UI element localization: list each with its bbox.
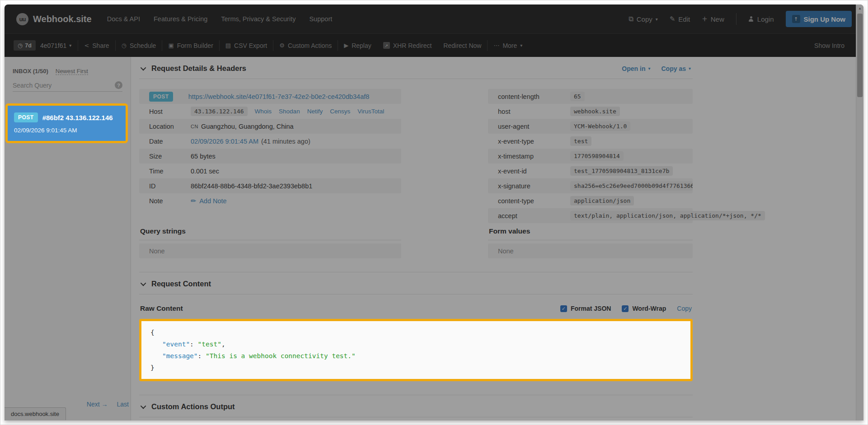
json-line: "message": "This is a webhook connectivi… <box>150 350 681 362</box>
format-json-checkbox[interactable]: ✓ Format JSON <box>560 305 611 312</box>
section-header-request-details[interactable]: Request Details & Headers Open in ▾ Copy… <box>139 57 693 79</box>
table-row-header: content-type application/json <box>488 193 693 208</box>
size-value: 65 bytes <box>191 153 216 160</box>
more-label: More <box>502 42 517 49</box>
table-row-header: accept text/plain, application/json, app… <box>488 208 693 223</box>
request-item-timestamp: 02/09/2026 9:01:45 AM <box>14 127 119 134</box>
vertical-scrollbar[interactable]: ▲ <box>856 5 863 420</box>
pagination-next-link[interactable]: Next → <box>87 401 108 408</box>
sign-up-now-button[interactable]: ↑ Sign Up Now <box>786 11 852 27</box>
edit-button[interactable]: ✎ Edit <box>670 15 690 23</box>
date-link[interactable]: 02/09/2026 9:01:45 AM <box>191 138 258 145</box>
row-label: Size <box>149 153 191 160</box>
details-columns: POST https://webhook.site/4e071f61-7e37-… <box>139 89 693 258</box>
json-key: "message" <box>162 352 198 360</box>
add-note-link[interactable]: ✏ Add Note <box>191 197 227 205</box>
caret-down-icon: ▾ <box>648 66 650 71</box>
date-relative: (41 minutes ago) <box>261 138 310 145</box>
share-label: Share <box>92 42 109 49</box>
table-row-header: host webhook.site <box>488 104 693 119</box>
login-button[interactable]: Login <box>748 15 774 23</box>
redirect-now-button[interactable]: Redirect Now <box>443 42 481 49</box>
section-header-request-content[interactable]: Request Content <box>139 272 693 294</box>
xhr-redirect-button[interactable]: ↗ XHR Redirect <box>383 42 432 49</box>
show-intro-link[interactable]: Show Intro <box>814 42 845 49</box>
request-list-item-selected[interactable]: POST #86bf2 43.136.122.146 02/09/2026 9:… <box>5 103 128 143</box>
pagination-last-link[interactable]: Last <box>117 401 129 408</box>
checkbox-checked-icon: ✓ <box>560 305 567 312</box>
table-row-url: POST https://webhook.site/4e071f61-7e37-… <box>139 89 401 104</box>
section-title: Request Content <box>151 280 211 288</box>
open-in-dropdown[interactable]: Open in ▾ <box>622 65 650 72</box>
copy-as-dropdown[interactable]: Copy as ▾ <box>662 65 691 72</box>
scrollbar-up-arrow[interactable]: ▲ <box>856 5 863 12</box>
toolbar-divider <box>487 40 488 51</box>
custom-actions-button[interactable]: ⚙ Custom Actions <box>279 42 332 49</box>
raw-content-controls: ✓ Format JSON ✓ Word-Wrap Copy <box>560 305 692 312</box>
schedule-button[interactable]: ◷ Schedule <box>122 42 156 49</box>
share-button[interactable]: < Share <box>84 42 109 49</box>
sort-toggle[interactable]: Newest First <box>56 68 88 75</box>
help-icon[interactable]: ? <box>115 81 122 89</box>
brand-logo[interactable]: uu Webhook.site <box>16 13 92 25</box>
copy-raw-content-link[interactable]: Copy <box>677 305 692 312</box>
caret-down-icon: ▾ <box>69 43 71 48</box>
form-values-heading: Form values <box>488 227 693 240</box>
header-value: application/json <box>570 196 634 205</box>
table-row-date: Date 02/09/2026 9:01:45 AM (41 minutes a… <box>139 134 401 149</box>
xhr-redirect-label: XHR Redirect <box>393 42 432 49</box>
request-summary-column: POST https://webhook.site/4e071f61-7e37-… <box>139 89 401 258</box>
action-toolbar: ◷ 7d 4e071f61 ▾ < Share ◷ Schedule ▣ For… <box>5 33 863 57</box>
replay-label: Replay <box>352 42 371 49</box>
row-label: Time <box>149 168 191 175</box>
section-header-custom-actions-output[interactable]: Custom Actions Output <box>139 395 693 417</box>
json-key: "event" <box>162 341 190 348</box>
header-name: accept <box>498 212 570 220</box>
redirect-now-label: Redirect Now <box>443 42 481 49</box>
time-value: 0.001 sec <box>191 168 219 175</box>
more-dropdown[interactable]: ⋯ More ▾ <box>493 42 522 49</box>
signup-label: Sign Up Now <box>804 15 846 23</box>
new-button[interactable]: + New <box>702 15 724 23</box>
header-value: YCM-Webhook/1.0 <box>570 121 630 131</box>
inbox-count-label: INBOX (1/50) <box>13 68 48 75</box>
brand-name: Webhook.site <box>33 14 92 24</box>
header-name: x-timestamp <box>498 153 570 160</box>
virustotal-link[interactable]: VirusTotal <box>357 108 384 115</box>
caret-down-icon: ▾ <box>689 66 691 71</box>
json-line: } <box>150 362 681 374</box>
signup-arrow-icon: ↑ <box>792 15 800 23</box>
censys-link[interactable]: Censys <box>330 108 350 115</box>
copy-dropdown[interactable]: ⧉ Copy ▾ <box>629 15 658 23</box>
caret-down-icon: ▾ <box>656 17 658 22</box>
table-row-time: Time 0.001 sec <box>139 163 401 178</box>
toolbar-divider <box>115 40 116 51</box>
csv-export-button[interactable]: ▤ CSV Export <box>225 42 267 49</box>
toolbar-divider <box>78 40 78 51</box>
header-value: text/plain, application/json, applicatio… <box>570 211 765 220</box>
table-row-header: x-event-type test <box>488 134 693 149</box>
netify-link[interactable]: Netify <box>307 108 323 115</box>
scrollbar-thumb[interactable] <box>857 14 863 97</box>
header-name: host <box>498 108 570 115</box>
shodan-link[interactable]: Shodan <box>279 108 300 115</box>
whois-link[interactable]: Whois <box>255 108 272 115</box>
table-row-id: ID 86bf2448-88b6-4348-bfd2-3ae2393eb8b1 <box>139 178 401 193</box>
row-label: Location <box>149 123 191 130</box>
form-builder-button[interactable]: ▣ Form Builder <box>168 42 213 49</box>
plus-icon: + <box>702 15 708 23</box>
nav-link-features-pricing[interactable]: Features & Pricing <box>154 15 207 23</box>
replay-button[interactable]: ▶ Replay <box>344 42 371 49</box>
request-url-link[interactable]: https://webhook.site/4e071f61-7e37-42e2-… <box>188 93 370 100</box>
request-item-header: POST #86bf2 43.136.122.146 <box>14 112 119 122</box>
nav-link-support[interactable]: Support <box>309 15 332 23</box>
channel-id-dropdown[interactable]: 4e071f61 ▾ <box>40 42 71 49</box>
search-input[interactable] <box>13 82 115 89</box>
nav-link-docs-api[interactable]: Docs & API <box>107 15 140 23</box>
word-wrap-checkbox[interactable]: ✓ Word-Wrap <box>622 305 666 312</box>
host-ip-value: 43.136.122.146 <box>191 107 248 116</box>
nav-link-terms-privacy-security[interactable]: Terms, Privacy & Security <box>221 15 296 23</box>
table-row-host: Host 43.136.122.146 Whois Shodan Netify … <box>139 104 401 119</box>
word-wrap-label: Word-Wrap <box>632 305 666 312</box>
clock-icon: ◷ <box>18 42 23 49</box>
